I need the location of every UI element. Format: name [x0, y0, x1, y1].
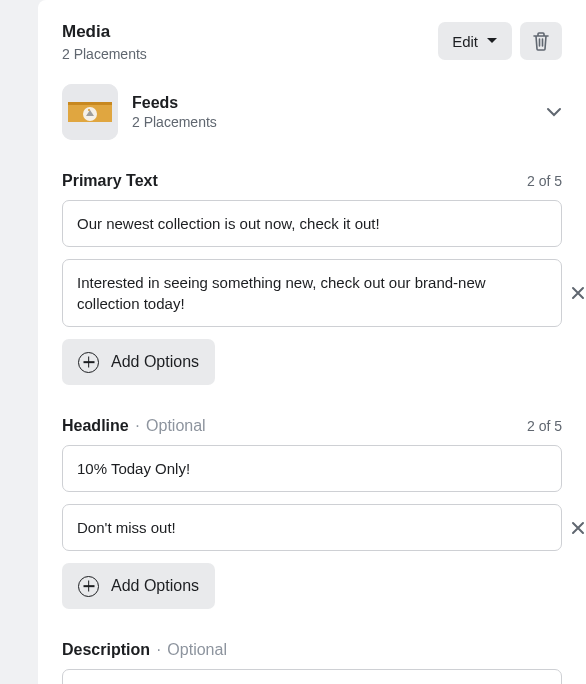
headline-row-2: Don't miss out!	[62, 504, 562, 551]
media-titles: Media 2 Placements	[62, 22, 147, 62]
close-icon	[571, 521, 585, 535]
primary-text-input-2[interactable]: Interested in seeing something new, chec…	[62, 259, 562, 327]
caret-down-icon	[486, 37, 498, 45]
edit-button-label: Edit	[452, 33, 478, 50]
primary-text-label: Primary Text	[62, 172, 158, 190]
primary-text-value-2: Interested in seeing something new, chec…	[77, 274, 486, 312]
description-label: Description	[62, 641, 150, 658]
media-header: Media 2 Placements Edit	[62, 22, 562, 62]
headline-counter: 2 of 5	[527, 418, 562, 434]
description-section: Description · Optional Include additiona…	[62, 641, 562, 684]
add-headline-label: Add Options	[111, 577, 199, 595]
headline-header: Headline · Optional 2 of 5	[62, 417, 562, 435]
primary-text-row-2: Interested in seeing something new, chec…	[62, 259, 562, 327]
feeds-thumbnail	[62, 84, 118, 140]
svg-rect-2	[68, 102, 112, 105]
feeds-title: Feeds	[132, 94, 217, 112]
placement-feeds-row[interactable]: Feeds 2 Placements	[62, 84, 562, 140]
remove-primary-text-2-button[interactable]	[568, 283, 586, 303]
plus-circle-icon	[78, 576, 99, 597]
feeds-subtitle: 2 Placements	[132, 114, 217, 130]
headline-label: Headline	[62, 417, 129, 434]
trash-icon	[532, 31, 550, 51]
headline-separator: ·	[131, 417, 144, 434]
feeds-titles: Feeds 2 Placements	[132, 94, 217, 130]
description-optional: Optional	[167, 641, 227, 658]
svg-point-4	[88, 109, 90, 111]
add-primary-text-button[interactable]: Add Options	[62, 339, 215, 385]
add-headline-button[interactable]: Add Options	[62, 563, 215, 609]
edit-button[interactable]: Edit	[438, 22, 512, 60]
media-subtitle: 2 Placements	[62, 46, 147, 62]
media-actions: Edit	[438, 22, 562, 60]
primary-text-header: Primary Text 2 of 5	[62, 172, 562, 190]
feeds-thumbnail-image	[62, 84, 118, 140]
primary-text-counter: 2 of 5	[527, 173, 562, 189]
headline-value-2: Don't miss out!	[77, 519, 176, 536]
chevron-down-icon	[546, 107, 562, 117]
headline-value-1: 10% Today Only!	[77, 460, 190, 477]
description-separator: ·	[152, 641, 165, 658]
plus-circle-icon	[78, 352, 99, 373]
description-label-wrap: Description · Optional	[62, 641, 227, 659]
primary-text-section: Primary Text 2 of 5 Our newest collectio…	[62, 172, 562, 385]
description-header: Description · Optional	[62, 641, 562, 659]
media-title: Media	[62, 22, 147, 42]
primary-text-input-1[interactable]: Our newest collection is out now, check …	[62, 200, 562, 247]
ad-creative-panel: Media 2 Placements Edit	[38, 0, 586, 684]
remove-headline-2-button[interactable]	[568, 518, 586, 538]
headline-section: Headline · Optional 2 of 5 10% Today Onl…	[62, 417, 562, 609]
headline-input-2[interactable]: Don't miss out!	[62, 504, 562, 551]
primary-text-value-1: Our newest collection is out now, check …	[77, 215, 380, 232]
headline-optional: Optional	[146, 417, 206, 434]
description-input[interactable]: Include additional details	[62, 669, 562, 684]
delete-button[interactable]	[520, 22, 562, 60]
add-primary-text-label: Add Options	[111, 353, 199, 371]
close-icon	[571, 286, 585, 300]
headline-input-1[interactable]: 10% Today Only!	[62, 445, 562, 492]
headline-label-wrap: Headline · Optional	[62, 417, 206, 435]
